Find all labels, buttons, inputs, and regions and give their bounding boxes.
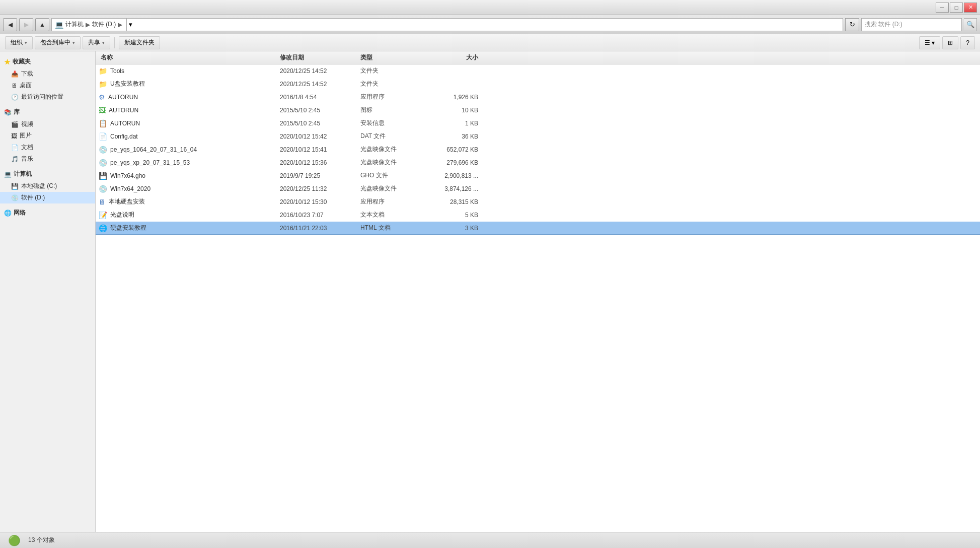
back-button[interactable]: ◀ — [3, 18, 17, 31]
file-type-cell: 光盘映像文件 — [360, 145, 426, 154]
documents-label: 文档 — [21, 143, 33, 152]
sidebar-item-documents[interactable]: 📄 文档 — [0, 142, 95, 153]
favorites-section: ★ 收藏夹 📥 下载 🖥 桌面 🕐 最近访问的位置 — [0, 55, 95, 103]
table-row[interactable]: 🌐 硬盘安装教程 2016/11/21 22:03 HTML 文档 3 KB — [96, 222, 980, 235]
sidebar: ★ 收藏夹 📥 下载 🖥 桌面 🕐 最近访问的位置 📚 库 🎬 — [0, 51, 96, 532]
file-type-cell: 图标 — [360, 106, 426, 114]
include-library-button[interactable]: 包含到库中 ▾ — [35, 36, 81, 49]
favorites-header[interactable]: ★ 收藏夹 — [0, 55, 95, 68]
file-type-icon: 📝 — [99, 211, 107, 219]
file-type-cell: 光盘映像文件 — [360, 184, 426, 193]
sidebar-item-drive-c[interactable]: 💾 本地磁盘 (C:) — [0, 180, 95, 192]
new-folder-button[interactable]: 新建文件夹 — [119, 36, 160, 49]
drive-c-label: 本地磁盘 (C:) — [21, 182, 57, 190]
file-name-text: Tools — [110, 67, 124, 75]
file-name-cell: ⚙ AUTORUN — [99, 93, 280, 101]
file-type-icon: 🖥 — [99, 198, 106, 206]
table-row[interactable]: 📄 Config.dat 2020/10/12 15:42 DAT 文件 36 … — [96, 130, 980, 143]
col-type-header[interactable]: 类型 — [360, 53, 426, 62]
computer-sidebar-icon: 💻 — [4, 171, 12, 178]
col-name-header[interactable]: 名称 — [99, 53, 280, 62]
file-name-text: 硬盘安装教程 — [110, 224, 146, 232]
library-header[interactable]: 📚 库 — [0, 106, 95, 118]
file-date-cell: 2020/12/25 14:52 — [280, 67, 360, 75]
file-type-icon: 💿 — [99, 159, 107, 167]
file-date-cell: 2016/1/8 4:54 — [280, 94, 360, 101]
preview-button[interactable]: ⊞ — [942, 36, 958, 49]
sidebar-item-drive-d[interactable]: 💿 软件 (D:) — [0, 192, 95, 203]
file-type-cell: 文件夹 — [360, 66, 426, 75]
computer-header[interactable]: 💻 计算机 — [0, 168, 95, 180]
col-date-header[interactable]: 修改日期 — [280, 53, 360, 62]
sidebar-item-pictures[interactable]: 🖼 图片 — [0, 130, 95, 142]
share-label: 共享 — [88, 38, 100, 47]
file-name-cell: 💾 Win7x64.gho — [99, 172, 280, 180]
file-name-text: pe_yqs_xp_20_07_31_15_53 — [110, 159, 190, 166]
window-controls: ─ □ ✕ — [936, 3, 977, 13]
file-type-cell: HTML 文档 — [360, 224, 426, 232]
forward-button[interactable]: ▶ — [19, 18, 33, 31]
favorites-label: 收藏夹 — [13, 57, 31, 66]
close-button[interactable]: ✕ — [964, 3, 977, 13]
file-size-cell: 652,072 KB — [426, 146, 486, 153]
share-button[interactable]: 共享 ▾ — [83, 36, 110, 49]
refresh-button[interactable]: ↻ — [845, 18, 859, 31]
search-input[interactable]: 搜索 软件 (D:) — [861, 18, 962, 31]
breadcrumb-computer[interactable]: 计算机 — [65, 20, 84, 29]
file-name-text: AUTORUN — [109, 107, 138, 114]
file-name-text: Win7x64_2020 — [110, 185, 150, 192]
file-name-cell: 📁 U盘安装教程 — [99, 80, 280, 88]
sidebar-item-recent[interactable]: 🕐 最近访问的位置 — [0, 91, 95, 103]
table-row[interactable]: 📁 U盘安装教程 2020/12/25 14:52 文件夹 — [96, 78, 980, 91]
sidebar-item-music[interactable]: 🎵 音乐 — [0, 153, 95, 165]
help-button[interactable]: ? — [960, 36, 975, 49]
share-dropdown-icon: ▾ — [102, 40, 105, 45]
breadcrumb-drive[interactable]: 软件 (D:) — [92, 20, 116, 29]
table-row[interactable]: 📝 光盘说明 2016/10/23 7:07 文本文档 5 KB — [96, 209, 980, 222]
downloads-icon: 📥 — [11, 71, 19, 78]
file-type-icon: 💿 — [99, 146, 107, 154]
column-headers: 名称 修改日期 类型 大小 — [96, 51, 980, 64]
table-row[interactable]: 🖼 AUTORUN 2015/5/10 2:45 图标 10 KB — [96, 104, 980, 117]
file-date-cell: 2015/5/10 2:45 — [280, 107, 360, 114]
table-row[interactable]: ⚙ AUTORUN 2016/1/8 4:54 应用程序 1,926 KB — [96, 91, 980, 104]
sidebar-item-videos[interactable]: 🎬 视频 — [0, 118, 95, 130]
view-options-button[interactable]: ☰ ▾ — [919, 36, 940, 49]
up-button[interactable]: ▲ — [35, 18, 49, 31]
status-app-icon: 🟢 — [6, 532, 22, 549]
file-size-cell: 36 KB — [426, 133, 486, 140]
drive-c-icon: 💾 — [11, 183, 19, 190]
sidebar-item-desktop[interactable]: 🖥 桌面 — [0, 80, 95, 91]
table-row[interactable]: 💿 Win7x64_2020 2020/12/25 11:32 光盘映像文件 3… — [96, 182, 980, 195]
table-row[interactable]: 💾 Win7x64.gho 2019/9/7 19:25 GHO 文件 2,90… — [96, 169, 980, 182]
minimize-button[interactable]: ─ — [936, 3, 949, 13]
library-icon: 📚 — [4, 109, 12, 116]
maximize-button[interactable]: □ — [950, 3, 963, 13]
table-row[interactable]: 💿 pe_yqs_xp_20_07_31_15_53 2020/10/12 15… — [96, 156, 980, 169]
table-row[interactable]: 📋 AUTORUN 2015/5/10 2:45 安装信息 1 KB — [96, 117, 980, 130]
recent-label: 最近访问的位置 — [21, 93, 63, 101]
favorites-star-icon: ★ — [4, 58, 11, 66]
network-header[interactable]: 🌐 网络 — [0, 207, 95, 219]
file-type-cell: GHO 文件 — [360, 171, 426, 180]
col-size-header[interactable]: 大小 — [426, 53, 486, 62]
sidebar-item-downloads[interactable]: 📥 下载 — [0, 68, 95, 80]
toolbar: 组织 ▾ 包含到库中 ▾ 共享 ▾ 新建文件夹 ☰ ▾ ⊞ ? — [0, 34, 980, 51]
organize-dropdown-icon: ▾ — [25, 40, 27, 45]
file-type-cell: DAT 文件 — [360, 132, 426, 141]
downloads-label: 下载 — [21, 70, 33, 78]
file-name-cell: 💿 pe_yqs_xp_20_07_31_15_53 — [99, 159, 280, 167]
search-icon-button[interactable]: 🔍 — [964, 18, 977, 31]
breadcrumb-sep1: ▶ — [86, 21, 90, 28]
file-size-cell: 28,315 KB — [426, 198, 486, 206]
file-name-text: 本地硬盘安装 — [109, 197, 145, 206]
file-name-cell: 💿 Win7x64_2020 — [99, 185, 280, 193]
file-name-cell: 🖼 AUTORUN — [99, 106, 280, 114]
main-layout: ★ 收藏夹 📥 下载 🖥 桌面 🕐 最近访问的位置 📚 库 🎬 — [0, 51, 980, 532]
table-row[interactable]: 💿 pe_yqs_1064_20_07_31_16_04 2020/10/12 … — [96, 143, 980, 156]
table-row[interactable]: 📁 Tools 2020/12/25 14:52 文件夹 — [96, 64, 980, 78]
organize-button[interactable]: 组织 ▾ — [5, 36, 33, 49]
file-type-cell: 光盘映像文件 — [360, 158, 426, 167]
breadcrumb-dropdown-button[interactable]: ▾ — [126, 18, 134, 31]
table-row[interactable]: 🖥 本地硬盘安装 2020/10/12 15:30 应用程序 28,315 KB — [96, 195, 980, 209]
